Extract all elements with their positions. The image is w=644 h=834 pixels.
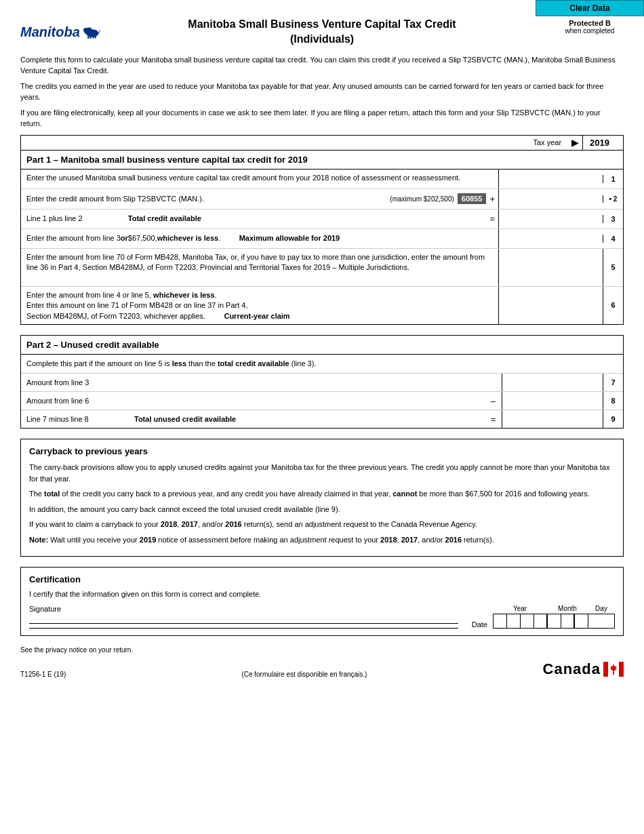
part2-line8-operator: –	[485, 396, 502, 406]
part2-line9-input[interactable]	[502, 414, 603, 424]
part1-line6-row: Enter the amount from line 4 or line 5, …	[21, 287, 623, 324]
part1-line5-text: Enter the amount from line 70 of Form MB…	[21, 249, 498, 286]
cert-heading: Certification	[29, 574, 615, 584]
canada-flag-icon	[603, 662, 624, 677]
part1-heading: Part 1 – Manitoba small business venture…	[21, 151, 623, 170]
part1-line5-field[interactable]	[498, 249, 603, 286]
part1-line1-right: 1	[498, 170, 623, 188]
privacy-note: See the privacy notice on your return.	[20, 646, 624, 654]
part1-line4-input[interactable]	[499, 233, 599, 244]
carryback-para3: In addition, the amount you carry back c…	[29, 504, 615, 515]
part1-line2-code: 60855	[458, 193, 487, 204]
date-box-group: Year Month Day	[493, 605, 615, 629]
part1-line3-field[interactable]	[498, 210, 603, 229]
carryback-heading: Carryback to previous years	[29, 446, 615, 456]
part1-line4-field[interactable]	[498, 229, 603, 248]
part2-line8-input[interactable]	[502, 395, 603, 406]
bison-icon	[83, 20, 102, 44]
day-cell-2[interactable]	[588, 614, 602, 628]
part1-line2-input[interactable]	[499, 193, 599, 204]
part1-line4-row: Enter the amount from line 3 or $67,500,…	[21, 229, 623, 249]
part2-line7-input[interactable]	[502, 377, 603, 388]
part1-line3-operator: =	[486, 214, 498, 224]
part1-body: Enter the unused Manitoba small business…	[21, 170, 623, 324]
clear-data-button[interactable]: Clear Data	[536, 0, 644, 16]
part2-heading: Part 2 – Unused credit available	[21, 336, 623, 355]
signature-label: Signature	[29, 605, 458, 613]
part2-line7-row: Amount from line 3 7	[21, 374, 623, 392]
part2-line7-text: Amount from line 3	[21, 376, 485, 389]
part2-line8-text: Amount from line 6	[21, 394, 485, 408]
day-header: Day	[588, 605, 615, 612]
part2-line8-num: 8	[603, 392, 623, 410]
part2-line9-operator: =	[485, 414, 502, 424]
footer-french-note: (Ce formulaire est disponible en françai…	[241, 671, 367, 678]
part2-body: Amount from line 3 7 Amount from line 6 …	[21, 374, 623, 428]
carryback-para4: If you want to claim a carryback to your…	[29, 519, 615, 530]
part2-line9-row: Line 7 minus line 8 Total unused credit …	[21, 410, 623, 428]
page-title: Manitoba Small Business Venture Capital …	[102, 17, 542, 47]
date-label: Date	[472, 620, 487, 629]
year-cell-2[interactable]	[507, 614, 521, 628]
part1-line6-text: Enter the amount from line 4 or line 5, …	[21, 287, 498, 324]
tax-year-label: Tax year	[527, 136, 569, 148]
carryback-para1: The carry-back provisions allow you to a…	[29, 462, 615, 484]
carryback-para2: The total of the credit you carry back t…	[29, 488, 615, 500]
cert-body: I certify that the information given on …	[29, 590, 615, 598]
signature-area: Signature	[29, 605, 458, 629]
date-headers: Year Month Day	[493, 605, 615, 612]
part1-line5-input[interactable]	[499, 262, 599, 273]
month-header: Month	[547, 605, 588, 612]
part1-line1-row: Enter the unused Manitoba small business…	[21, 170, 623, 189]
part1-line1-input[interactable]	[499, 174, 599, 184]
part1-line6-input[interactable]	[499, 300, 599, 311]
carryback-section: Carryback to previous years The carry-ba…	[20, 439, 624, 557]
part1-line4-num: 4	[603, 235, 623, 243]
part2-line8-row: Amount from line 6 – 8	[21, 392, 623, 410]
tax-year-value: 2019	[582, 136, 623, 150]
day-cell-1[interactable]	[575, 614, 588, 628]
when-completed-label: when completed	[536, 27, 644, 35]
tax-year-row: Tax year ▶ 2019	[20, 135, 624, 150]
part1-line2-max: (maximum $202,500)	[386, 195, 457, 203]
svg-point-4	[86, 27, 92, 31]
carryback-body: The carry-back provisions allow you to a…	[29, 462, 615, 545]
svg-rect-11	[619, 662, 624, 677]
year-cell-4[interactable]	[534, 614, 548, 628]
footer-row: T1256-1 E (19) (Ce formulaire est dispon…	[20, 660, 624, 678]
year-cell-3[interactable]	[521, 614, 534, 628]
part1-line3-num: 3	[603, 215, 623, 223]
part2-line7-field[interactable]	[502, 374, 603, 391]
part1-line1-text: Enter the unused Manitoba small business…	[21, 170, 498, 188]
year-cell-1[interactable]	[494, 614, 507, 628]
year-header: Year	[493, 605, 547, 612]
part1-line1-num: 1	[603, 175, 623, 183]
date-area: Date Year Month Day	[472, 605, 615, 629]
part2-line9-field[interactable]	[502, 410, 603, 428]
part1-line6-right: 6	[498, 287, 623, 324]
part1-line5-right: 5	[498, 249, 623, 286]
carryback-note: Note: Wait until you receive your 2019 n…	[29, 534, 615, 546]
part1-line4-text: Enter the amount from line 3 or $67,500,…	[21, 229, 498, 248]
part1-line3-right: = 3	[486, 210, 623, 229]
part1-line3-text: Line 1 plus line 2 Total credit availabl…	[21, 210, 486, 229]
part1-line3-input[interactable]	[499, 214, 599, 224]
page-title-area: Manitoba Small Business Venture Capital …	[102, 17, 542, 47]
svg-rect-6	[87, 36, 89, 39]
part2-line9-num: 9	[603, 410, 623, 428]
svg-rect-9	[94, 36, 96, 38]
date-boxes	[493, 614, 615, 629]
month-cell-1[interactable]	[548, 614, 561, 628]
signature-line[interactable]	[29, 615, 458, 629]
desc-para3: If you are filing electronically, keep a…	[20, 107, 624, 130]
signature-input[interactable]	[29, 615, 458, 624]
part1-line2-field[interactable]	[498, 189, 603, 209]
month-cell-2[interactable]	[561, 614, 575, 628]
part1-line2-text: Enter the credit amount from Slip T2SBVC…	[21, 189, 386, 209]
part2-line8-field[interactable]	[502, 392, 603, 410]
part1-line1-field[interactable]	[498, 170, 603, 188]
part1-section: Part 1 – Manitoba small business venture…	[20, 150, 624, 325]
part1-line6-field[interactable]	[498, 287, 603, 324]
protected-label: Protected B	[536, 19, 644, 27]
canada-wordmark: Canada	[543, 660, 601, 678]
